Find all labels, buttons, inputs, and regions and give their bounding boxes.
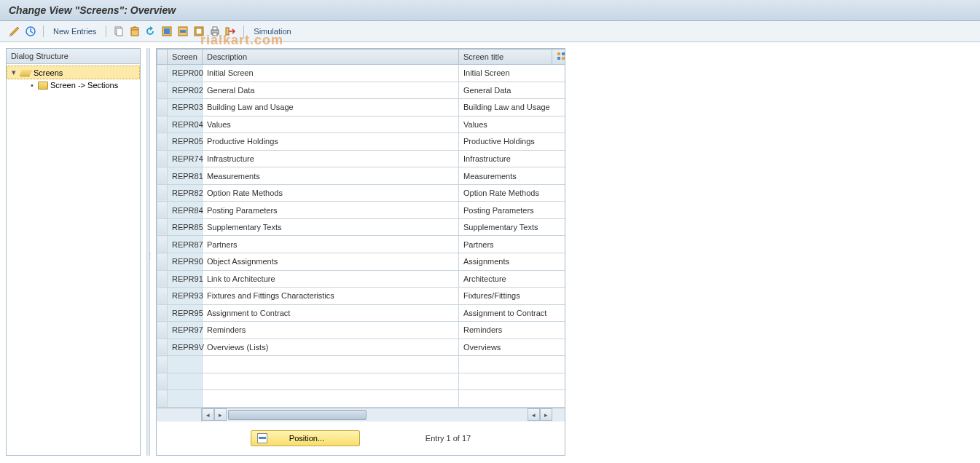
cell-screen[interactable]: REPR03 [168, 99, 203, 116]
cell-description[interactable]: Option Rate Methods [203, 184, 459, 202]
expand-toggle-icon[interactable]: ▾ [10, 68, 17, 77]
cell-screen-title[interactable]: Assignments [459, 253, 565, 271]
simulation-button[interactable]: Simulation [251, 27, 294, 36]
row-selector[interactable] [157, 116, 168, 133]
cell-description[interactable]: Building Law and Usage [203, 99, 459, 116]
other-entry-icon[interactable] [25, 25, 36, 37]
cell-screen-title[interactable]: Fixtures/Fittings [459, 288, 565, 305]
cell-description[interactable]: Fixtures and Fittings Characteristics [203, 288, 459, 305]
cell-description[interactable]: Reminders [203, 322, 459, 339]
table-row[interactable]: REPR00Initial ScreenInitial Screen [157, 65, 565, 82]
cell-screen[interactable] [168, 373, 203, 390]
row-selector[interactable] [157, 304, 168, 322]
cell-screen-title[interactable]: Assignment to Contract [459, 304, 565, 322]
cell-screen[interactable]: REPR95 [168, 304, 203, 322]
cell-screen-title[interactable]: Measurements [459, 167, 565, 185]
row-selector[interactable] [157, 150, 168, 167]
select-all-icon[interactable] [161, 25, 173, 37]
table-row-empty[interactable] [157, 356, 565, 373]
cell-description[interactable] [203, 356, 459, 373]
cell-description[interactable]: Productive Holdings [203, 133, 459, 151]
print-icon[interactable] [209, 25, 221, 37]
table-row-empty[interactable] [157, 390, 565, 408]
tree-item-screens[interactable]: ▾ Screens [7, 66, 140, 79]
cell-description[interactable] [203, 373, 459, 390]
cell-screen-title[interactable]: Values [459, 116, 565, 133]
cell-screen-title[interactable]: Building Law and Usage [459, 99, 565, 116]
table-row[interactable]: REPR74InfrastructureInfrastructure [157, 150, 565, 167]
cell-screen[interactable]: REPR97 [168, 322, 203, 339]
delete-icon[interactable] [129, 25, 141, 37]
cell-screen[interactable]: REPR81 [168, 167, 203, 185]
row-selector[interactable] [157, 202, 168, 219]
cell-screen[interactable]: REPR00 [168, 65, 203, 82]
cell-screen[interactable]: REPR9V [168, 339, 203, 356]
cell-description[interactable]: Object Assignments [203, 253, 459, 271]
row-selector-header[interactable] [157, 50, 168, 65]
cell-screen[interactable] [168, 356, 203, 373]
cell-screen-title[interactable] [459, 390, 565, 408]
col-header-description[interactable]: Description [203, 50, 459, 65]
table-row[interactable]: REPR81MeasurementsMeasurements [157, 167, 565, 185]
select-block-icon[interactable] [177, 25, 189, 37]
table-row[interactable]: REPR95Assignment to ContractAssignment t… [157, 304, 565, 322]
cell-description[interactable]: Partners [203, 236, 459, 253]
scroll-left-fast-icon[interactable]: ▸ [214, 408, 227, 421]
table-row[interactable]: REPR90Object AssignmentsAssignments [157, 253, 565, 271]
cell-description[interactable]: Measurements [203, 167, 459, 185]
cell-screen-title[interactable]: Supplementary Texts [459, 218, 565, 236]
copy-icon[interactable] [113, 25, 125, 37]
table-row[interactable]: REPR93Fixtures and Fittings Characterist… [157, 288, 565, 305]
table-row[interactable]: REPR97RemindersReminders [157, 322, 565, 339]
cell-screen-title[interactable] [459, 356, 565, 373]
cell-screen[interactable] [168, 390, 203, 408]
row-selector[interactable] [157, 184, 168, 202]
cell-screen[interactable]: REPR05 [168, 133, 203, 151]
cell-screen[interactable]: REPR84 [168, 202, 203, 219]
scroll-right-icon[interactable]: ◂ [528, 408, 540, 421]
table-row[interactable]: REPR84Posting ParametersPosting Paramete… [157, 202, 565, 219]
table-row[interactable]: REPR91Link to ArchitectureArchitecture [157, 270, 565, 288]
col-header-screen[interactable]: Screen [168, 50, 203, 65]
row-selector[interactable] [157, 236, 168, 253]
row-selector[interactable] [157, 99, 168, 116]
table-row[interactable]: REPR85Supplementary TextsSupplementary T… [157, 218, 565, 236]
table-row[interactable]: REPR87PartnersPartners [157, 236, 565, 253]
undo-icon[interactable] [145, 25, 157, 37]
cell-screen[interactable]: REPR93 [168, 288, 203, 305]
cell-screen[interactable]: REPR85 [168, 218, 203, 236]
cell-screen-title[interactable]: Productive Holdings [459, 133, 565, 151]
cell-description[interactable]: Link to Architecture [203, 270, 459, 288]
row-selector[interactable] [157, 270, 168, 288]
cell-screen[interactable]: REPR04 [168, 116, 203, 133]
cell-screen-title[interactable]: General Data [459, 82, 565, 99]
cell-screen-title[interactable]: Posting Parameters [459, 202, 565, 219]
cell-screen-title[interactable]: Partners [459, 236, 565, 253]
cell-screen-title[interactable] [459, 373, 565, 390]
cell-screen[interactable]: REPR74 [168, 150, 203, 167]
row-selector[interactable] [157, 288, 168, 305]
tree-item-screen-sections[interactable]: • Screen -> Sections [7, 79, 140, 91]
row-selector[interactable] [157, 322, 168, 339]
table-row[interactable]: REPR04ValuesValues [157, 116, 565, 133]
expand-icon[interactable] [225, 25, 237, 37]
row-selector[interactable] [157, 356, 168, 373]
row-selector[interactable] [157, 390, 168, 408]
cell-description[interactable] [203, 390, 459, 408]
hscroll-thumb[interactable] [228, 410, 366, 420]
cell-screen-title[interactable]: Overviews [459, 339, 565, 356]
table-row-empty[interactable] [157, 373, 565, 390]
row-selector[interactable] [157, 167, 168, 185]
table-row[interactable]: REPR02General DataGeneral Data [157, 82, 565, 99]
cell-screen-title[interactable]: Option Rate Methods [459, 184, 565, 202]
scroll-left-icon[interactable]: ◂ [202, 408, 214, 421]
row-selector[interactable] [157, 218, 168, 236]
cell-screen-title[interactable]: Architecture [459, 270, 565, 288]
cell-screen-title[interactable]: Infrastructure [459, 150, 565, 167]
cell-screen-title[interactable]: Initial Screen [459, 65, 565, 82]
cell-description[interactable]: Infrastructure [203, 150, 459, 167]
cell-screen-title[interactable]: Reminders [459, 322, 565, 339]
deselect-all-icon[interactable] [193, 25, 205, 37]
new-entries-button[interactable]: New Entries [50, 27, 99, 36]
table-row[interactable]: REPR82Option Rate MethodsOption Rate Met… [157, 184, 565, 202]
